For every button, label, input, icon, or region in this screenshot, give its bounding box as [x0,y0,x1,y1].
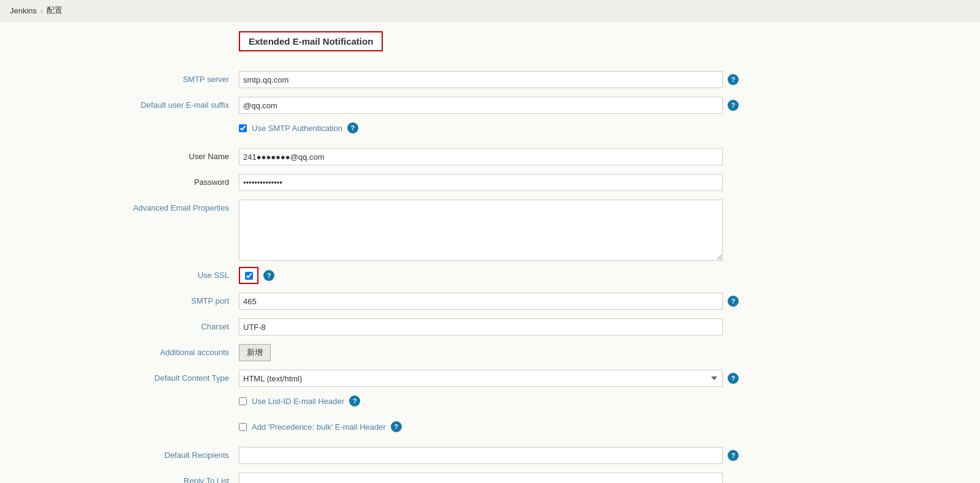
reply-to-control [239,473,949,483]
precedence-checkbox[interactable] [239,423,247,431]
email-suffix-input[interactable] [239,97,723,114]
default-recipients-control: ? [239,447,949,464]
use-ssl-row: Use SSL ? [31,267,949,286]
smtp-auth-checkbox[interactable] [239,124,247,132]
use-ssl-label: Use SSL [31,267,239,280]
precedence-label-spacer [31,421,239,425]
charset-row: Charset [31,318,949,338]
breadcrumb-root[interactable]: Jenkins [10,6,37,15]
password-row: Password [31,174,949,193]
content-type-select[interactable]: HTML (text/html) Plain Text (text/plain) [239,370,723,387]
additional-accounts-control: 新增 [239,344,949,361]
advanced-email-label: Advanced Email Properties [31,200,239,212]
use-ssl-help-icon[interactable]: ? [263,270,274,281]
smtp-auth-help-icon[interactable]: ? [347,122,358,133]
smtp-port-row: SMTP port ? [31,293,949,312]
username-label: User Name [31,148,239,161]
smtp-port-label: SMTP port [31,293,239,305]
smtp-auth-row: Use SMTP Authentication ? [31,122,949,142]
breadcrumb: Jenkins › 配置 [0,0,980,21]
default-recipients-input[interactable] [239,447,723,464]
smtp-server-help-icon[interactable]: ? [728,74,739,85]
smtp-port-input[interactable] [239,293,723,310]
smtp-server-input[interactable] [239,71,723,88]
smtp-server-control: ? [239,71,949,88]
username-row: User Name [31,148,949,168]
smtp-auth-control: Use SMTP Authentication ? [239,122,949,133]
precedence-label[interactable]: Add 'Precedence: bulk' E-mail Header [252,422,386,432]
add-account-button[interactable]: 新增 [239,344,271,361]
default-recipients-label: Default Recipients [31,447,239,460]
list-id-checkbox[interactable] [239,397,247,405]
username-control [239,148,949,165]
content-type-row: Default Content Type HTML (text/html) Pl… [31,370,949,389]
email-suffix-row: Default user E-mail suffix ? [31,97,949,116]
precedence-help-icon[interactable]: ? [391,421,402,432]
smtp-port-control: ? [239,293,949,310]
reply-to-row: Reply To List [31,473,949,483]
password-control [239,174,949,191]
use-ssl-checkbox[interactable] [245,272,253,280]
advanced-email-textarea[interactable] [239,200,723,261]
email-suffix-control: ? [239,97,949,114]
advanced-email-control [239,200,949,261]
list-id-row: Use List-ID E-mail Header ? [31,395,949,415]
list-id-help-icon[interactable]: ? [349,395,360,406]
default-recipients-help-icon[interactable]: ? [728,450,739,461]
list-id-label-spacer [31,395,239,399]
smtp-server-row: SMTP server ? [31,71,949,91]
charset-control [239,318,949,335]
precedence-control: Add 'Precedence: bulk' E-mail Header ? [239,421,949,432]
smtp-auth-label-spacer [31,122,239,126]
advanced-email-row: Advanced Email Properties [31,200,949,261]
smtp-server-label: SMTP server [31,71,239,84]
use-ssl-control: ? [239,267,949,284]
charset-input[interactable] [239,318,723,335]
reply-to-input[interactable] [239,473,723,483]
precedence-row: Add 'Precedence: bulk' E-mail Header ? [31,421,949,441]
form-section: Extended E-mail Notification SMTP server… [18,31,962,483]
username-input[interactable] [239,148,723,165]
list-id-control: Use List-ID E-mail Header ? [239,395,949,406]
reply-to-label: Reply To List [31,473,239,483]
smtp-auth-label[interactable]: Use SMTP Authentication [252,124,342,133]
additional-accounts-label: Additional accounts [31,344,239,357]
default-recipients-row: Default Recipients ? [31,447,949,466]
content-type-help-icon[interactable]: ? [728,373,739,384]
additional-accounts-row: Additional accounts 新增 [31,344,949,364]
charset-label: Charset [31,318,239,331]
password-input[interactable] [239,174,723,191]
content-type-control: HTML (text/html) Plain Text (text/plain)… [239,370,949,387]
email-suffix-help-icon[interactable]: ? [728,100,739,111]
smtp-port-help-icon[interactable]: ? [728,296,739,307]
list-id-label[interactable]: Use List-ID E-mail Header [252,397,344,406]
ssl-checkbox-wrapper [239,267,258,284]
section-header: Extended E-mail Notification [239,31,383,51]
breadcrumb-current[interactable]: 配置 [47,5,62,16]
password-label: Password [31,174,239,187]
email-suffix-label: Default user E-mail suffix [31,97,239,110]
content-type-label: Default Content Type [31,370,239,383]
main-content: Extended E-mail Notification SMTP server… [0,21,980,483]
breadcrumb-separator: › [40,6,43,15]
